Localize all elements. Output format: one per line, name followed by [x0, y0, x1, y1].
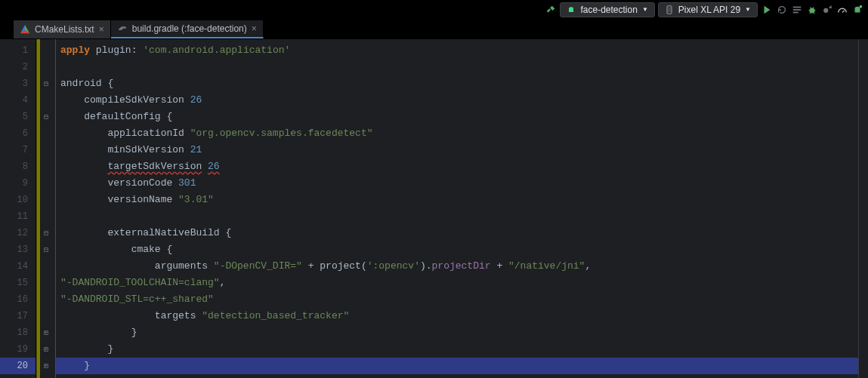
line-number-gutter[interactable]: 1 2 3 4 5 6 7 8 9 10 11 12 13 14 15 16 1…	[0, 39, 36, 378]
fold-toggle-icon[interactable]: ⊟	[37, 75, 55, 92]
svg-rect-3	[793, 9, 802, 11]
svg-point-6	[823, 8, 828, 12]
run-config-label: face-detection	[580, 5, 637, 15]
profiler-icon[interactable]	[836, 4, 848, 16]
fold-toggle-icon[interactable]: ⊟	[37, 225, 55, 241]
code-editor[interactable]: apply plugin: 'com.android.application' …	[56, 39, 859, 378]
error-stripe[interactable]	[859, 39, 868, 378]
apply-code-changes-icon[interactable]	[791, 4, 803, 16]
close-icon[interactable]: ×	[252, 23, 257, 34]
warning-targetsdk[interactable]: targetSdkVersion	[107, 161, 202, 172]
run-configuration-dropdown[interactable]: face-detection ▼	[560, 2, 654, 17]
build-icon[interactable]	[545, 4, 557, 16]
run-icon[interactable]	[761, 4, 773, 16]
svg-rect-1	[668, 7, 672, 12]
fold-gutter[interactable]: ⊟ ⊟ ⊟ ⊟ ⊞ ⊞ ⊞	[36, 39, 56, 378]
editor-tabs: CMakeLists.txt × build.gradle (:face-det…	[0, 20, 868, 39]
fold-toggle-icon[interactable]: ⊟	[37, 109, 55, 125]
fold-end-icon[interactable]: ⊞	[37, 358, 55, 374]
fold-end-icon[interactable]: ⊞	[37, 324, 55, 341]
tab-label: build.gradle (:face-detection)	[132, 23, 247, 34]
tab-label: CMakeLists.txt	[35, 24, 94, 35]
device-label: Pixel XL API 29	[678, 5, 740, 15]
fold-toggle-icon[interactable]: ⊟	[37, 241, 55, 258]
svg-point-5	[810, 8, 815, 13]
close-icon[interactable]: ×	[99, 24, 104, 35]
chevron-down-icon: ▼	[642, 6, 648, 13]
editor-area: 1 2 3 4 5 6 7 8 9 10 11 12 13 14 15 16 1…	[0, 39, 868, 378]
apply-changes-icon[interactable]	[776, 4, 788, 16]
debug-icon[interactable]	[806, 4, 818, 16]
android-icon	[567, 5, 576, 14]
phone-icon	[665, 5, 674, 14]
device-dropdown[interactable]: Pixel XL API 29 ▼	[658, 2, 758, 17]
svg-rect-2	[793, 6, 802, 8]
tab-cmakelists[interactable]: CMakeLists.txt ×	[14, 20, 111, 38]
gradle-icon	[117, 23, 128, 34]
attach-debugger-icon[interactable]	[821, 4, 833, 16]
avd-manager-icon[interactable]	[851, 4, 863, 16]
cmake-icon	[20, 24, 30, 35]
active-line[interactable]: }	[56, 358, 858, 374]
chevron-down-icon: ▼	[745, 6, 751, 13]
svg-rect-4	[793, 11, 798, 13]
fold-end-icon[interactable]: ⊞	[37, 341, 55, 358]
tab-build-gradle[interactable]: build.gradle (:face-detection) ×	[111, 20, 264, 38]
svg-point-7	[860, 5, 863, 8]
main-toolbar: face-detection ▼ Pixel XL API 29 ▼	[0, 0, 868, 20]
